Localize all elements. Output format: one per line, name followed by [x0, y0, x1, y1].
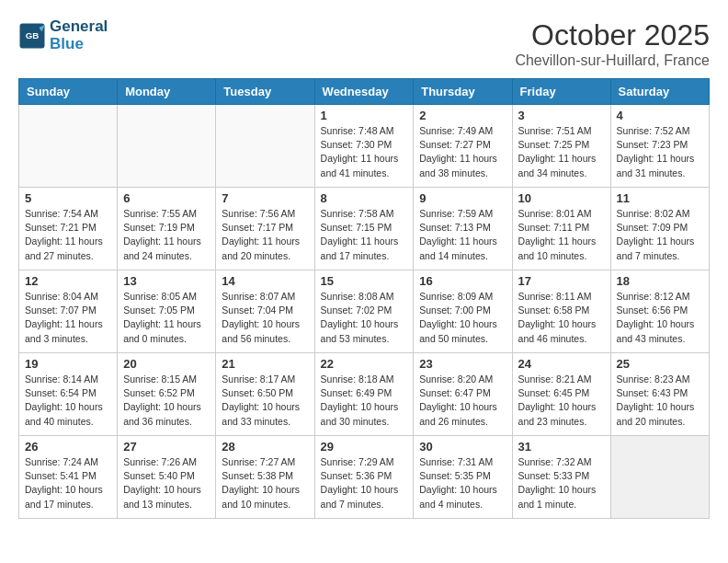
day-number: 16: [419, 274, 506, 288]
calendar-cell: 20Sunrise: 8:15 AM Sunset: 6:52 PM Dayli…: [118, 353, 216, 436]
calendar-cell: 15Sunrise: 8:08 AM Sunset: 7:02 PM Dayli…: [314, 270, 414, 353]
day-number: 6: [123, 191, 210, 205]
day-info: Sunrise: 8:23 AM Sunset: 6:43 PM Dayligh…: [617, 373, 703, 429]
calendar-cell: 5Sunrise: 7:54 AM Sunset: 7:21 PM Daylig…: [19, 188, 118, 270]
day-info: Sunrise: 8:17 AM Sunset: 6:50 PM Dayligh…: [222, 373, 308, 429]
weekday-header: Friday: [512, 79, 610, 105]
day-info: Sunrise: 7:55 AM Sunset: 7:19 PM Dayligh…: [123, 207, 210, 263]
day-info: Sunrise: 8:18 AM Sunset: 6:49 PM Dayligh…: [321, 373, 408, 429]
day-info: Sunrise: 7:26 AM Sunset: 5:40 PM Dayligh…: [123, 455, 210, 511]
day-info: Sunrise: 7:24 AM Sunset: 5:41 PM Dayligh…: [25, 455, 111, 511]
day-number: 2: [419, 109, 506, 122]
day-number: 20: [123, 357, 210, 371]
day-info: Sunrise: 8:12 AM Sunset: 6:56 PM Dayligh…: [617, 290, 703, 346]
day-info: Sunrise: 7:49 AM Sunset: 7:27 PM Dayligh…: [419, 124, 506, 180]
calendar-cell: 10Sunrise: 8:01 AM Sunset: 7:11 PM Dayli…: [512, 188, 610, 270]
day-number: 28: [222, 440, 308, 454]
weekday-header: Monday: [118, 79, 216, 105]
calendar-cell: [19, 105, 118, 188]
day-number: 14: [222, 274, 308, 288]
calendar-cell: 1Sunrise: 7:48 AM Sunset: 7:30 PM Daylig…: [314, 105, 414, 188]
calendar-cell: 16Sunrise: 8:09 AM Sunset: 7:00 PM Dayli…: [414, 270, 512, 353]
day-info: Sunrise: 8:09 AM Sunset: 7:00 PM Dayligh…: [419, 290, 506, 346]
day-number: 21: [222, 357, 308, 371]
day-number: 18: [617, 274, 703, 288]
day-number: 8: [321, 191, 408, 205]
day-info: Sunrise: 8:07 AM Sunset: 7:04 PM Dayligh…: [222, 290, 308, 346]
day-number: 25: [617, 357, 703, 371]
title-block: October 2025 Chevillon-sur-Huillard, Fra…: [515, 18, 710, 69]
calendar-cell: 6Sunrise: 7:55 AM Sunset: 7:19 PM Daylig…: [118, 188, 216, 270]
day-info: Sunrise: 8:08 AM Sunset: 7:02 PM Dayligh…: [321, 290, 408, 346]
day-info: Sunrise: 7:58 AM Sunset: 7:15 PM Dayligh…: [321, 207, 408, 263]
calendar-cell: 21Sunrise: 8:17 AM Sunset: 6:50 PM Dayli…: [216, 353, 314, 436]
weekday-header: Wednesday: [314, 79, 414, 105]
calendar-cell: 26Sunrise: 7:24 AM Sunset: 5:41 PM Dayli…: [19, 436, 118, 519]
calendar-week-row: 12Sunrise: 8:04 AM Sunset: 7:07 PM Dayli…: [19, 270, 710, 353]
day-info: Sunrise: 8:01 AM Sunset: 7:11 PM Dayligh…: [518, 207, 605, 263]
day-info: Sunrise: 8:05 AM Sunset: 7:05 PM Dayligh…: [123, 290, 210, 346]
logo-line2: Blue: [50, 36, 108, 53]
calendar-cell: 24Sunrise: 8:21 AM Sunset: 6:45 PM Dayli…: [512, 353, 610, 436]
day-number: 1: [321, 109, 408, 122]
day-info: Sunrise: 7:48 AM Sunset: 7:30 PM Dayligh…: [321, 124, 408, 180]
day-number: 12: [25, 274, 111, 288]
calendar-week-row: 19Sunrise: 8:14 AM Sunset: 6:54 PM Dayli…: [19, 353, 710, 436]
calendar-cell: 23Sunrise: 8:20 AM Sunset: 6:47 PM Dayli…: [414, 353, 512, 436]
day-info: Sunrise: 8:21 AM Sunset: 6:45 PM Dayligh…: [518, 373, 605, 429]
calendar-cell: 22Sunrise: 8:18 AM Sunset: 6:49 PM Dayli…: [314, 353, 414, 436]
calendar-cell: 14Sunrise: 8:07 AM Sunset: 7:04 PM Dayli…: [216, 270, 314, 353]
day-info: Sunrise: 7:52 AM Sunset: 7:23 PM Dayligh…: [617, 124, 703, 180]
day-number: 26: [25, 440, 111, 454]
day-info: Sunrise: 8:15 AM Sunset: 6:52 PM Dayligh…: [123, 373, 210, 429]
calendar-cell: [610, 436, 709, 519]
day-info: Sunrise: 7:29 AM Sunset: 5:36 PM Dayligh…: [321, 455, 408, 511]
day-number: 13: [123, 274, 210, 288]
calendar-cell: 30Sunrise: 7:31 AM Sunset: 5:35 PM Dayli…: [414, 436, 512, 519]
logo-line1: General: [50, 18, 108, 36]
calendar-week-row: 1Sunrise: 7:48 AM Sunset: 7:30 PM Daylig…: [19, 105, 710, 188]
day-info: Sunrise: 8:02 AM Sunset: 7:09 PM Dayligh…: [617, 207, 703, 263]
calendar-cell: 27Sunrise: 7:26 AM Sunset: 5:40 PM Dayli…: [118, 436, 216, 519]
day-info: Sunrise: 7:31 AM Sunset: 5:35 PM Dayligh…: [419, 455, 506, 511]
day-number: 24: [518, 357, 605, 371]
weekday-header: Sunday: [19, 79, 118, 105]
calendar-cell: [118, 105, 216, 188]
calendar-cell: 17Sunrise: 8:11 AM Sunset: 6:58 PM Dayli…: [512, 270, 610, 353]
day-number: 30: [419, 440, 506, 454]
calendar-cell: 29Sunrise: 7:29 AM Sunset: 5:36 PM Dayli…: [314, 436, 414, 519]
day-info: Sunrise: 7:59 AM Sunset: 7:13 PM Dayligh…: [419, 207, 506, 263]
day-info: Sunrise: 7:27 AM Sunset: 5:38 PM Dayligh…: [222, 455, 308, 511]
day-number: 9: [419, 191, 506, 205]
calendar-cell: 25Sunrise: 8:23 AM Sunset: 6:43 PM Dayli…: [610, 353, 709, 436]
calendar-cell: 18Sunrise: 8:12 AM Sunset: 6:56 PM Dayli…: [610, 270, 709, 353]
day-number: 27: [123, 440, 210, 454]
day-number: 7: [222, 191, 308, 205]
calendar-cell: 31Sunrise: 7:32 AM Sunset: 5:33 PM Dayli…: [512, 436, 610, 519]
calendar-cell: 12Sunrise: 8:04 AM Sunset: 7:07 PM Dayli…: [19, 270, 118, 353]
logo-icon: GB: [18, 22, 46, 50]
calendar-week-row: 5Sunrise: 7:54 AM Sunset: 7:21 PM Daylig…: [19, 188, 710, 270]
day-number: 31: [518, 440, 605, 454]
weekday-header: Tuesday: [216, 79, 314, 105]
day-number: 17: [518, 274, 605, 288]
calendar-table: SundayMondayTuesdayWednesdayThursdayFrid…: [18, 78, 710, 519]
day-number: 19: [25, 357, 111, 371]
day-info: Sunrise: 8:11 AM Sunset: 6:58 PM Dayligh…: [518, 290, 605, 346]
calendar-cell: 13Sunrise: 8:05 AM Sunset: 7:05 PM Dayli…: [118, 270, 216, 353]
day-info: Sunrise: 8:04 AM Sunset: 7:07 PM Dayligh…: [25, 290, 111, 346]
calendar-week-row: 26Sunrise: 7:24 AM Sunset: 5:41 PM Dayli…: [19, 436, 710, 519]
day-number: 3: [518, 109, 605, 122]
calendar-cell: 28Sunrise: 7:27 AM Sunset: 5:38 PM Dayli…: [216, 436, 314, 519]
day-info: Sunrise: 7:56 AM Sunset: 7:17 PM Dayligh…: [222, 207, 308, 263]
calendar-cell: 9Sunrise: 7:59 AM Sunset: 7:13 PM Daylig…: [414, 188, 512, 270]
month-title: October 2025: [515, 18, 710, 52]
day-number: 11: [617, 191, 703, 205]
day-info: Sunrise: 8:20 AM Sunset: 6:47 PM Dayligh…: [419, 373, 506, 429]
day-info: Sunrise: 8:14 AM Sunset: 6:54 PM Dayligh…: [25, 373, 111, 429]
day-number: 4: [617, 109, 703, 122]
calendar-cell: 11Sunrise: 8:02 AM Sunset: 7:09 PM Dayli…: [610, 188, 709, 270]
day-number: 10: [518, 191, 605, 205]
day-number: 15: [321, 274, 408, 288]
day-info: Sunrise: 7:51 AM Sunset: 7:25 PM Dayligh…: [518, 124, 605, 180]
